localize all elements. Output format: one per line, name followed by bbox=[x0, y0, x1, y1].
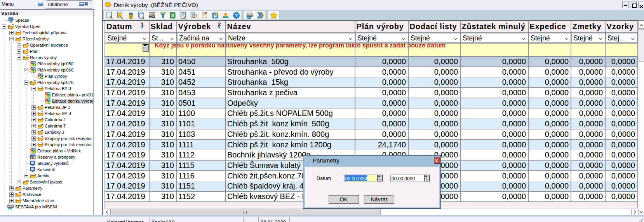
svg-text:?: ? bbox=[235, 12, 237, 18]
